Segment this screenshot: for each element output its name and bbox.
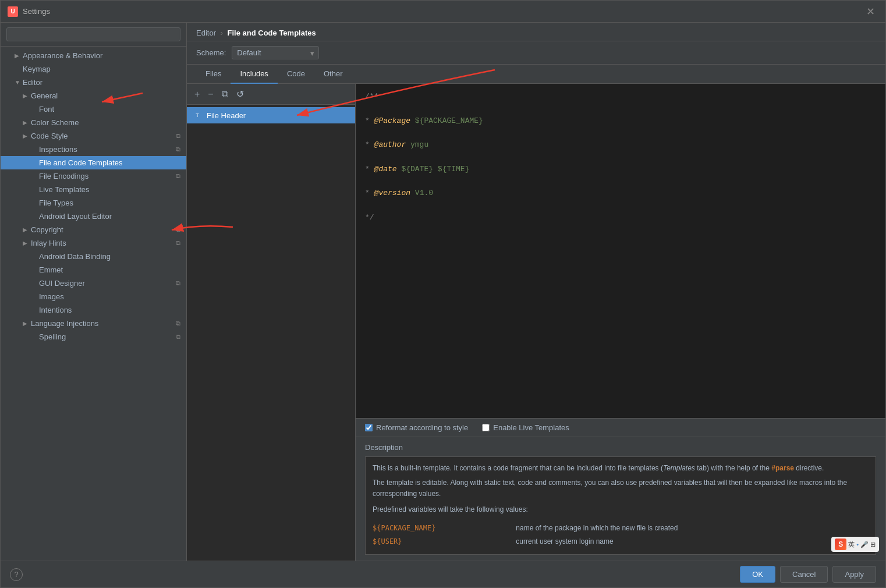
sidebar-item-appearance[interactable]: ▶ Appearance & Behavior [1,49,186,62]
live-templates-checkbox[interactable] [482,424,490,431]
sidebar-item-live-templates[interactable]: Live Templates [1,183,186,196]
sidebar-item-label: Keymap [23,65,180,73]
sidebar-item-inlay-hints[interactable]: ▶ Inlay Hints ⧉ [1,236,186,250]
tab-other[interactable]: Other [314,65,352,84]
sidebar-item-language-injections[interactable]: ▶ Language Injections ⧉ [1,317,186,330]
remove-button[interactable]: − [205,88,216,101]
copy-icon: ⧉ [176,239,180,247]
table-row: ${PACKAGE_NAME} name of the package in w… [373,522,869,535]
sidebar-item-font[interactable]: Font [1,102,186,116]
var-name-2: ${USER} [373,535,516,548]
sidebar-item-general[interactable]: ▶ General [1,89,186,102]
sidebar-item-copyright[interactable]: ▶ Copyright ⧉ [1,223,186,236]
sidebar-item-label: Code Style [31,132,173,140]
window-title: Settings [23,7,863,16]
sidebar-item-file-encodings[interactable]: File Encodings ⧉ [1,169,186,183]
arrow-icon: ▶ [23,133,31,139]
desc-para-1: This is a built-in template. It contains… [373,463,869,474]
apply-button[interactable]: Apply [832,566,876,583]
reset-button[interactable]: ↺ [233,87,247,101]
code-line: * @Package ${PACKAGE_NAME} [365,115,876,127]
app-icon: U [8,6,18,17]
sidebar-item-editor[interactable]: ▼ Editor [1,76,186,89]
sidebar-item-code-style[interactable]: ▶ Code Style ⧉ [1,129,186,143]
ok-button[interactable]: OK [740,566,775,583]
desc-text-1: This is a built-in template. It contains… [373,464,663,472]
sidebar-item-label: GUI Designer [39,279,173,288]
sidebar-item-label: Android Layout Editor [39,212,180,221]
arrow-spacer [31,280,39,286]
sidebar-item-file-and-code-templates[interactable]: File and Code Templates [1,156,186,169]
code-line: * @author ymgu [365,139,876,151]
scheme-select[interactable]: Default Project [232,46,319,59]
arrow-spacer [31,173,39,179]
copy-icon: ⧉ [176,132,180,140]
help-button[interactable]: ? [10,568,23,581]
arrow-icon: ▶ [23,119,31,126]
sidebar-item-label: Emmet [39,265,180,274]
main-panel: Editor › File and Code Templates Scheme:… [187,23,885,561]
breadcrumb-current: File and Code Templates [228,29,316,37]
arrow-icon: ▶ [23,93,31,99]
desc-text-4: The template is editable. Along with sta… [373,479,847,498]
code-line: * @version V1.0 [365,187,876,200]
sidebar-item-color-scheme[interactable]: ▶ Color Scheme [1,116,186,129]
reformat-checkbox[interactable] [365,424,373,431]
sidebar-item-keymap[interactable]: Keymap [1,62,186,76]
tab-code[interactable]: Code [278,65,314,84]
close-button[interactable]: ✕ [863,4,878,19]
sidebar-item-file-types[interactable]: File Types [1,196,186,210]
code-line [365,127,876,139]
code-line: /** [365,91,876,103]
desc-para-3: Predefined variables will take the follo… [373,504,869,515]
arrow-icon: ▶ [15,52,23,59]
copy-icon: ⧉ [176,226,180,233]
sidebar-tree: ▶ Appearance & Behavior Keymap ▼ Editor … [1,47,186,561]
search-input[interactable] [6,27,180,41]
cancel-button[interactable]: Cancel [780,566,828,583]
sidebar-item-images[interactable]: Images [1,290,186,303]
arrow-icon: ▶ [23,226,31,233]
sidebar-item-emmet[interactable]: Emmet [1,263,186,277]
tab-includes[interactable]: Includes [231,65,277,84]
sidebar-item-label: File and Code Templates [39,158,180,167]
sidebar-item-intentions[interactable]: Intentions [1,303,186,317]
sidebar-item-gui-designer[interactable]: GUI Designer ⧉ [1,277,186,290]
code-line [365,200,876,212]
var-desc-1: name of the package in which the new fil… [516,522,869,535]
code-panel: /** * @Package ${PACKAGE_NAME} * @author… [356,84,885,561]
code-line [365,103,876,115]
sidebar-item-inspections[interactable]: Inspections ⧉ [1,143,186,156]
sidebar-item-label: Inlay Hints [31,239,173,247]
tab-files[interactable]: Files [196,65,231,84]
code-editor[interactable]: /** * @Package ${PACKAGE_NAME} * @author… [356,84,885,418]
sidebar-item-label: Appearance & Behavior [23,51,180,60]
reformat-option[interactable]: Reformat according to style [365,423,468,432]
arrow-spacer [31,200,39,206]
desc-text-5: Predefined variables will take the follo… [373,505,528,513]
live-templates-option[interactable]: Enable Live Templates [482,423,569,432]
watermark-grid: ⊞ [870,541,876,548]
toolbar: + − ⧉ ↺ [187,84,355,105]
add-button[interactable]: + [192,88,203,101]
watermark: S 英 • 🎤 ⊞ [831,537,879,552]
title-bar: U Settings ✕ [1,1,885,23]
sidebar-item-android-data-binding[interactable]: Android Data Binding [1,250,186,263]
breadcrumb-separator: › [221,29,225,37]
template-item-file-header[interactable]: T File Header [187,107,355,123]
breadcrumb: Editor › File and Code Templates [187,23,885,41]
copy-button[interactable]: ⧉ [219,88,231,101]
sidebar-item-label: Images [39,292,180,301]
watermark-text: 英 [848,540,855,549]
template-list-panel: + − ⧉ ↺ T File Header [187,84,356,561]
arrow-spacer [31,307,39,313]
watermark-dot: • [856,541,859,548]
sidebar-item-spelling[interactable]: Spelling ⧉ [1,330,186,343]
bottom-bar: ? OK Cancel Apply [1,561,885,587]
copy-icon: ⧉ [176,172,180,180]
description-section: Description This is a built-in template.… [356,437,885,561]
description-box: This is a built-in template. It contains… [365,456,876,555]
template-icon: T [193,111,202,120]
sidebar-item-android-layout-editor[interactable]: Android Layout Editor [1,210,186,223]
template-item-label: File Header [207,111,246,120]
